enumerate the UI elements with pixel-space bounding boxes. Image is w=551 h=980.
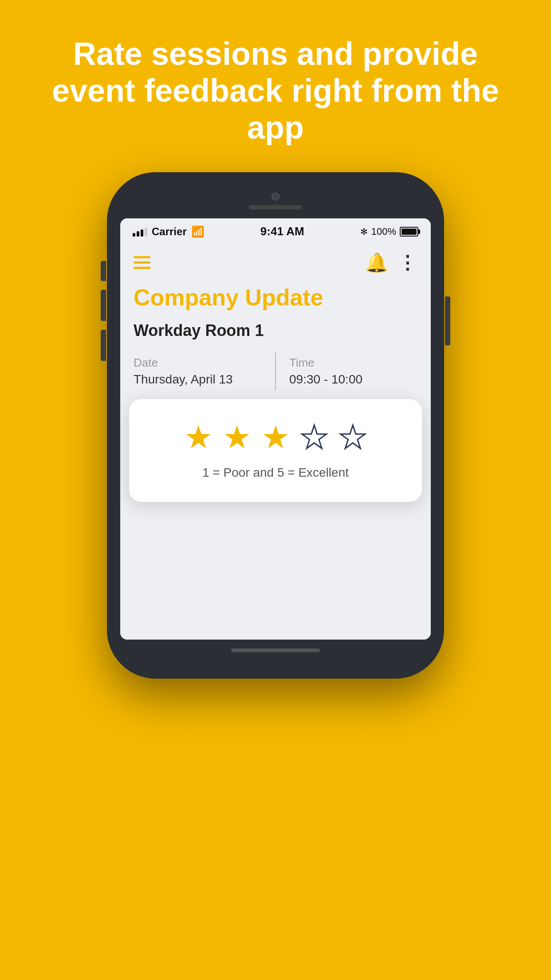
page-headline: Rate sessions and provide event feedback… [0,0,551,172]
phone-screen: Carrier 📶 9:41 AM ✻ 100% [120,218,431,639]
volume-up-button [101,290,106,321]
signal-bar-3 [141,229,143,237]
date-block: Date Thursday, April 13 [134,352,275,390]
signal-icon [133,227,147,237]
volume-down-button [101,330,106,361]
right-side-button [445,296,450,345]
mute-button [101,261,106,281]
time-value: 09:30 - 10:00 [289,372,417,387]
hamburger-line-1 [134,256,150,258]
date-time-row: Date Thursday, April 13 Time 09:30 - 10:… [134,352,417,390]
phone-top-bar [120,186,431,218]
star-2[interactable]: ★ [223,421,252,453]
phone-shell: Carrier 📶 9:41 AM ✻ 100% [107,172,444,678]
signal-bar-4 [145,228,147,237]
star-1[interactable]: ★ [184,421,213,453]
notifications-bell-icon[interactable]: 🔔 [365,252,388,273]
star-5[interactable]: ★ [338,421,367,453]
rating-card: ★ ★ ★ ★ ★ 1 = Poor and 5 = Excellent [129,399,422,502]
wifi-icon: 📶 [191,225,205,238]
app-header: 🔔 ⋮ [120,243,431,281]
status-right: ✻ 100% [360,226,418,237]
home-indicator[interactable] [231,648,320,652]
room-name: Workday Room 1 [134,321,417,340]
screen-bottom [120,515,431,640]
status-left: Carrier 📶 [133,225,205,238]
battery-icon [400,227,418,237]
power-button [445,296,450,345]
star-3[interactable]: ★ [261,421,290,453]
status-bar: Carrier 📶 9:41 AM ✻ 100% [120,218,431,243]
status-time: 9:41 AM [260,225,304,238]
battery-fill [401,229,417,235]
phone-bottom [120,640,431,665]
hamburger-line-2 [134,261,150,264]
rating-description: 1 = Poor and 5 = Excellent [202,466,349,480]
left-side-buttons [101,261,106,361]
carrier-label: Carrier [152,225,187,238]
hamburger-line-3 [134,267,150,269]
hamburger-menu-button[interactable] [134,256,150,269]
signal-bar-2 [137,231,139,237]
time-block: Time 09:30 - 10:00 [275,352,417,390]
battery-percentage: 100% [371,226,396,237]
date-label: Date [134,356,262,370]
phone-mockup: Carrier 📶 9:41 AM ✻ 100% [107,172,444,678]
signal-bar-1 [133,233,135,237]
more-options-icon[interactable]: ⋮ [398,252,417,273]
front-camera [272,193,279,201]
date-value: Thursday, April 13 [134,372,262,387]
session-title: Company Update [134,285,417,310]
stars-row[interactable]: ★ ★ ★ ★ ★ [184,421,367,453]
app-content: Company Update Workday Room 1 Date Thurs… [120,281,431,515]
time-label: Time [289,356,417,370]
phone-speaker [249,205,302,209]
header-right-actions: 🔔 ⋮ [365,252,417,273]
star-4[interactable]: ★ [300,421,329,453]
bluetooth-icon: ✻ [360,226,368,237]
